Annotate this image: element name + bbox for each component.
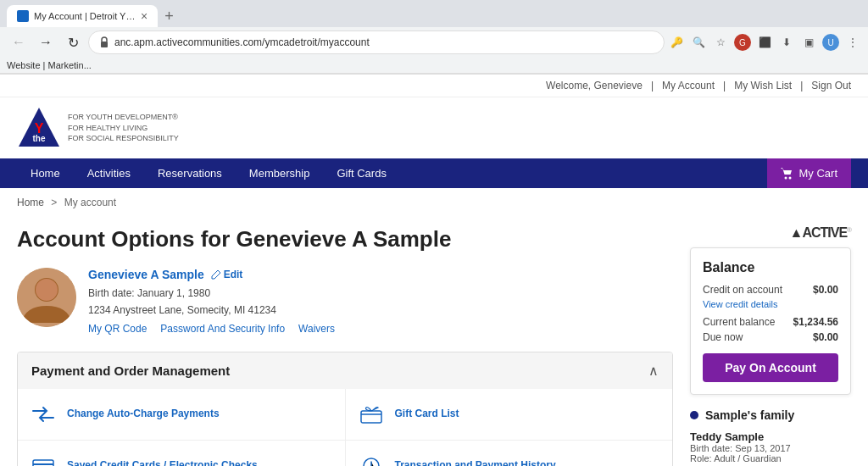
svg-point-5: [788, 176, 791, 179]
nav-gift-cards[interactable]: Gift Cards: [323, 158, 400, 188]
member-birth-0: Birth date: Sep 13, 2017: [690, 443, 851, 453]
avatar: [17, 268, 76, 327]
main-nav: Home Activities Reservations Membership …: [0, 158, 868, 188]
star-icon[interactable]: ☆: [712, 34, 729, 51]
tab-favicon: [17, 10, 29, 22]
profile-section: Genevieve A Sample Edit Birth date: Janu…: [17, 268, 673, 335]
active-text: ▲ACTIVE®: [790, 225, 851, 240]
current-balance-row: Current balance $1,234.56: [703, 316, 838, 328]
tab-manager-icon[interactable]: ▣: [800, 34, 817, 51]
svg-point-8: [36, 279, 58, 301]
svg-point-4: [784, 176, 787, 179]
bookmark-item[interactable]: Website | Marketin...: [7, 60, 92, 70]
browser-controls: ← → ↻ anc.apm.activecommunities.com/ymca…: [0, 27, 868, 58]
gift-card-label: Gift Card List: [395, 407, 459, 421]
profile-details: Birth date: January 1, 1980 1234 Anystre…: [88, 285, 335, 319]
auto-charge-icon: [30, 401, 57, 428]
cart-label: My Cart: [799, 167, 838, 180]
user-icon[interactable]: U: [822, 34, 839, 51]
address-bar[interactable]: anc.apm.activecommunities.com/ymcadetroi…: [88, 31, 665, 54]
password-security-link[interactable]: Password And Security Info: [160, 323, 285, 335]
balance-card: Balance Credit on account $0.00 View cre…: [690, 247, 851, 395]
sign-out-link[interactable]: Sign Out: [811, 80, 851, 92]
nav-home[interactable]: Home: [17, 158, 74, 188]
sep3: |: [800, 80, 803, 92]
tagline-line2: FOR HEALTHY LIVING: [68, 123, 179, 134]
content-left: Account Options for Genevieve A Sample G…: [17, 225, 673, 466]
nav-activities[interactable]: Activities: [74, 158, 144, 188]
svg-text:Y: Y: [35, 121, 44, 136]
menu-icon[interactable]: ⋮: [844, 34, 861, 51]
url-text: anc.apm.activecommunities.com/ymcadetroi…: [114, 36, 370, 48]
payment-item-auto-charge[interactable]: Change Auto-Charge Payments: [18, 389, 345, 440]
key-icon[interactable]: 🔑: [668, 34, 685, 51]
view-credit-link[interactable]: View credit details: [703, 299, 838, 309]
transaction-history-label: Transaction and Payment History: [395, 458, 556, 466]
due-now-value: $0.00: [813, 331, 838, 343]
breadcrumb-sep: >: [51, 197, 57, 208]
payment-item-transaction-history[interactable]: Transaction and Payment History: [346, 441, 673, 466]
browser-tabs: My Account | Detroit YMCA - C... × +: [0, 0, 868, 27]
payment-section: Payment and Order Management ∧ Change Au…: [17, 352, 673, 466]
ymca-logo: the Y FOR YOUTH DEVELOPMENT® FOR HEALTHY…: [17, 106, 179, 150]
zoom-icon[interactable]: 🔍: [690, 34, 707, 51]
new-tab-button[interactable]: +: [158, 8, 181, 25]
clock-icon: [358, 452, 385, 466]
breadcrumb: Home > My account: [0, 188, 868, 217]
profile-icon[interactable]: G: [734, 34, 751, 51]
payment-item-gift-card[interactable]: Gift Card List: [346, 389, 673, 440]
pay-on-account-button[interactable]: Pay On Account: [703, 353, 838, 382]
due-now-label: Due now: [703, 331, 743, 343]
browser-right-icons: 🔑 🔍 ☆ G ⬛ ⬇ ▣ U ⋮: [668, 34, 861, 51]
credit-on-account-row: Credit on account $0.00: [703, 284, 838, 296]
member-name-0: Teddy Sample: [690, 430, 851, 443]
site-header: the Y FOR YOUTH DEVELOPMENT® FOR HEALTHY…: [0, 97, 868, 158]
nav-reservations[interactable]: Reservations: [144, 158, 236, 188]
reload-button[interactable]: ↻: [61, 31, 85, 54]
credit-label: Credit on account: [703, 284, 782, 296]
balance-title: Balance: [703, 260, 838, 275]
collapse-icon: ∧: [648, 363, 659, 379]
tab-title: My Account | Detroit YMCA - C...: [34, 11, 136, 21]
welcome-text: Welcome, Genevieve: [546, 80, 643, 92]
page-title: Account Options for Genevieve A Sample: [17, 225, 673, 254]
browser-tab-active[interactable]: My Account | Detroit YMCA - C... ×: [7, 5, 158, 27]
payment-header-title: Payment and Order Management: [31, 363, 230, 378]
tab-close-icon[interactable]: ×: [141, 9, 147, 23]
waivers-link[interactable]: Waivers: [298, 323, 335, 335]
sep2: |: [723, 80, 726, 92]
svg-rect-0: [101, 42, 108, 47]
credit-value: $0.00: [813, 284, 838, 296]
family-member-0: Teddy Sample Birth date: Sep 13, 2017 Ro…: [690, 430, 851, 463]
sep1: |: [651, 80, 654, 92]
breadcrumb-home[interactable]: Home: [17, 197, 44, 208]
download-icon[interactable]: ⬇: [778, 34, 795, 51]
edit-profile-link[interactable]: Edit: [211, 269, 243, 280]
my-account-link[interactable]: My Account: [662, 80, 715, 92]
profile-name: Genevieve A Sample Edit: [88, 268, 335, 281]
my-wish-list-link[interactable]: My Wish List: [734, 80, 792, 92]
nav-membership[interactable]: Membership: [236, 158, 324, 188]
current-balance-value: $1,234.56: [793, 316, 838, 328]
gift-card-icon: [358, 401, 385, 428]
svg-rect-10: [33, 460, 53, 466]
breadcrumb-current: My account: [64, 197, 116, 208]
cart-icon: [781, 168, 794, 180]
back-button[interactable]: ←: [7, 31, 31, 54]
current-balance-label: Current balance: [703, 316, 775, 328]
svg-rect-9: [361, 411, 381, 423]
birth-date: Birth date: January 1, 1980: [88, 285, 335, 302]
lock-icon: [99, 36, 109, 48]
payment-header[interactable]: Payment and Order Management ∧: [18, 352, 672, 389]
qr-code-link[interactable]: My QR Code: [88, 323, 147, 335]
bookmarks-bar: Website | Marketin...: [0, 58, 868, 74]
payment-item-saved-cards[interactable]: Saved Credit Cards / Electronic Checks: [18, 441, 345, 466]
tagline-line3: FOR SOCIAL RESPONSIBILITY: [68, 133, 179, 144]
page-wrapper: Welcome, Genevieve | My Account | My Wis…: [0, 75, 868, 466]
tagline-line1: FOR YOUTH DEVELOPMENT®: [68, 112, 179, 123]
forward-button[interactable]: →: [34, 31, 58, 54]
auto-charge-label: Change Auto-Charge Payments: [67, 407, 220, 421]
credit-card-icon: [30, 452, 57, 466]
extensions-icon[interactable]: ⬛: [756, 34, 773, 51]
nav-cart[interactable]: My Cart: [767, 158, 852, 188]
